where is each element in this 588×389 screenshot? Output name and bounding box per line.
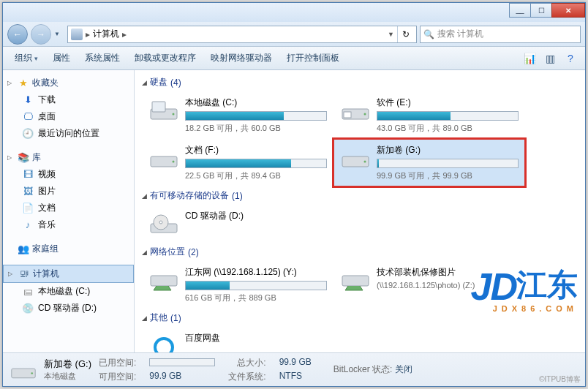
svg-point-15	[155, 339, 173, 352]
used-space-label: 已用空间:	[99, 357, 136, 369]
minimize-button[interactable]	[509, 3, 531, 18]
sidebar-computer-header[interactable]: ▷🖳计算机	[3, 265, 134, 283]
recent-icon: 🕘	[22, 128, 34, 140]
section-network[interactable]: ◢网络位置 (2)	[142, 243, 578, 261]
nav-history-dropdown[interactable]: ▼	[54, 31, 64, 37]
drive-icon	[148, 97, 179, 124]
drive-icon: 🖴	[22, 286, 34, 298]
navigation-pane: ▷★收藏夹 ⬇下载 🖵桌面 🕘最近访问的位置 ▷📚库 🎞视频 🖼图片 📄文档 ♪…	[3, 70, 135, 352]
star-icon: ★	[18, 78, 29, 89]
homegroup-icon: 👥	[18, 243, 29, 255]
section-other[interactable]: ◢其他 (1)	[142, 309, 578, 327]
sidebar-item-recent[interactable]: 🕘最近访问的位置	[3, 125, 134, 142]
forward-button[interactable]: →	[31, 24, 51, 45]
breadcrumb-sep-icon: ▸	[86, 29, 90, 39]
drive-icon	[148, 144, 179, 172]
network-drive-icon	[148, 266, 179, 294]
svg-point-2	[173, 113, 175, 116]
section-removable[interactable]: ◢有可移动存储的设备 (1)	[142, 186, 578, 205]
download-icon: ⬇	[22, 94, 34, 106]
free-space-label: 可用空间:	[99, 371, 136, 383]
search-icon: 🔍	[423, 29, 434, 39]
drive-icon	[10, 358, 37, 382]
picture-icon: 🖼	[22, 186, 34, 197]
total-size-label: 总大小:	[228, 357, 265, 369]
help-icon[interactable]: ?	[562, 50, 579, 67]
preview-pane-icon[interactable]: ▥	[541, 50, 559, 67]
desktop-icon: 🖵	[22, 111, 34, 123]
refresh-button[interactable]: ↻	[397, 26, 413, 42]
organize-menu[interactable]: 组织	[9, 49, 44, 67]
video-icon: 🎞	[22, 169, 34, 181]
used-space-bar	[149, 357, 215, 369]
svg-point-12	[159, 221, 162, 224]
filesystem-value: NTFS	[279, 371, 312, 383]
svg-rect-14	[342, 276, 369, 286]
content-pane: ◢硬盘 (4) 本地磁盘 (C:)18.2 GB 可用，共 60.0 GB 软件…	[135, 70, 585, 352]
sidebar-item-drive-c[interactable]: 🖴本地磁盘 (C:)	[3, 283, 134, 300]
bitlocker-value: 关闭	[395, 364, 412, 374]
sidebar-item-documents[interactable]: 📄文档	[3, 200, 134, 216]
status-title: 新加卷 (G:)	[44, 358, 91, 371]
maximize-button[interactable]	[530, 3, 552, 18]
details-pane: 新加卷 (G:) 本地磁盘 已用空间: 总大小: 99.9 GB 可用空间: 9…	[3, 352, 585, 386]
document-icon: 📄	[22, 203, 34, 214]
titlebar	[3, 3, 585, 22]
view-options-icon[interactable]: 📊	[521, 50, 538, 67]
drive-z-network[interactable]: 技术部装机保修图片(\\192.168.1.125\photo) (Z:)	[333, 261, 525, 309]
drive-y-network[interactable]: 江东网 (\\192.168.1.125) (Y:)616 GB 可用，共 88…	[142, 261, 333, 309]
music-icon: ♪	[22, 219, 34, 231]
sidebar-item-videos[interactable]: 🎞视频	[3, 166, 134, 183]
attribution-text: ©ITPUB博客	[539, 374, 581, 385]
filesystem-label: 文件系统:	[228, 371, 265, 383]
svg-point-17	[31, 372, 33, 374]
close-button[interactable]	[551, 3, 585, 18]
sidebar-item-music[interactable]: ♪音乐	[3, 216, 134, 233]
bitlocker-label: BitLocker 状态:	[333, 364, 393, 374]
total-size-value: 99.9 GB	[279, 357, 312, 369]
address-dropdown-icon[interactable]: ▼	[388, 31, 394, 38]
drive-c[interactable]: 本地磁盘 (C:)18.2 GB 可用，共 60.0 GB	[142, 91, 333, 139]
free-space-value: 99.9 GB	[149, 371, 215, 383]
drive-cd[interactable]: CD 驱动器 (D:)	[142, 205, 333, 243]
search-placeholder: 搜索 计算机	[437, 28, 483, 40]
sidebar-item-desktop[interactable]: 🖵桌面	[3, 108, 134, 125]
drive-icon	[340, 144, 371, 172]
computer-icon	[71, 29, 83, 40]
sidebar-item-downloads[interactable]: ⬇下载	[3, 91, 134, 108]
library-icon: 📚	[18, 152, 29, 164]
svg-point-9	[364, 161, 366, 163]
command-bar: 组织 属性 系统属性 卸载或更改程序 映射网络驱动器 打开控制面板 📊 ▥ ?	[3, 47, 585, 70]
drive-f[interactable]: 文档 (F:)22.5 GB 可用，共 89.4 GB	[142, 139, 333, 186]
uninstall-programs-button[interactable]: 卸载或更改程序	[129, 49, 202, 67]
cloud-drive-icon	[148, 332, 179, 352]
cd-icon: 💿	[22, 303, 34, 314]
sidebar-item-pictures[interactable]: 🖼图片	[3, 183, 134, 200]
control-panel-button[interactable]: 打开控制面板	[281, 49, 345, 67]
map-network-drive-button[interactable]: 映射网络驱动器	[205, 49, 278, 67]
system-properties-button[interactable]: 系统属性	[79, 49, 126, 67]
drive-icon	[340, 97, 371, 124]
status-subtitle: 本地磁盘	[44, 371, 91, 382]
sidebar-homegroup-header[interactable]: ▷👥家庭组	[3, 241, 134, 257]
search-box[interactable]: 🔍 搜索 计算机	[420, 26, 581, 43]
section-hard-drives[interactable]: ◢硬盘 (4)	[142, 73, 578, 91]
drive-e[interactable]: 软件 (E:)43.0 GB 可用，共 89.0 GB	[333, 91, 525, 139]
breadcrumb-computer[interactable]: 计算机	[93, 28, 119, 40]
cd-drive-icon	[148, 210, 179, 238]
breadcrumb-sep-icon: ▸	[122, 29, 127, 39]
properties-button[interactable]: 属性	[47, 49, 76, 67]
svg-rect-1	[152, 102, 165, 112]
computer-icon: 🖳	[18, 268, 30, 280]
sidebar-item-drive-d[interactable]: 💿CD 驱动器 (D:)	[3, 300, 134, 317]
sidebar-libraries-header[interactable]: ▷📚库	[3, 149, 134, 166]
svg-rect-4	[344, 112, 351, 118]
drive-baidu-netdisk[interactable]: 百度网盘	[142, 327, 333, 352]
sidebar-favorites-header[interactable]: ▷★收藏夹	[3, 75, 134, 91]
svg-point-7	[173, 161, 175, 163]
svg-rect-13	[151, 276, 177, 286]
drive-g[interactable]: 新加卷 (G:)99.9 GB 可用，共 99.9 GB	[333, 139, 525, 186]
address-bar[interactable]: ▸ 计算机 ▸ ▼ ↻	[67, 26, 417, 43]
back-button[interactable]: ←	[7, 24, 28, 45]
svg-point-5	[364, 113, 366, 116]
